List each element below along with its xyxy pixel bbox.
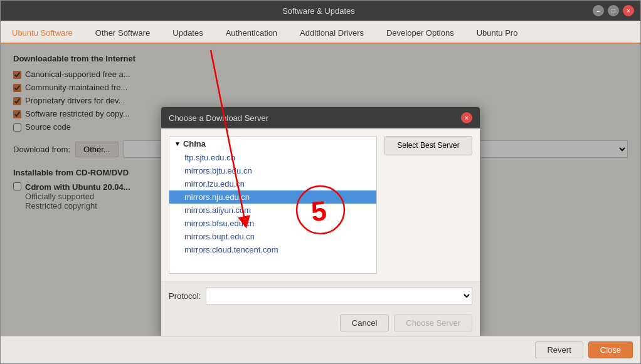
server-item-7[interactable]: mirrors.cloud.tencent.com <box>169 243 376 256</box>
tab-updates[interactable]: Updates <box>161 23 214 44</box>
protocol-label: Protocol: <box>169 291 201 301</box>
server-item-2[interactable]: mirror.lzu.edu.cn <box>169 177 376 190</box>
dialog-title: Choose a Download Server <box>169 113 268 123</box>
tab-other-software[interactable]: Other Software <box>84 23 161 44</box>
dialog-footer: Protocol: <box>161 281 480 309</box>
title-bar: Software & Updates – □ × <box>1 1 640 21</box>
dialog-right-panel: Select Best Server <box>384 136 472 274</box>
server-item-3[interactable]: mirrors.nju.edu.cn <box>169 190 376 204</box>
close-button[interactable]: Close <box>588 341 633 358</box>
server-list-container[interactable]: ▼ China ftp.sjtu.edu.cn mirrors.bjtu.edu… <box>169 136 377 274</box>
select-best-server-button[interactable]: Select Best Server <box>384 136 472 155</box>
window-title: Software & Updates <box>45 6 593 16</box>
server-item-6[interactable]: mirrors.bupt.edu.cn <box>169 230 376 243</box>
server-item-4[interactable]: mirrors.aliyun.com <box>169 204 376 217</box>
protocol-select[interactable] <box>206 287 472 304</box>
dialog-body: ▼ China ftp.sjtu.edu.cn mirrors.bjtu.edu… <box>161 128 480 281</box>
dialog-title-bar: Choose a Download Server × <box>161 107 480 128</box>
window-controls: – □ × <box>593 5 634 16</box>
cancel-button[interactable]: Cancel <box>340 315 389 331</box>
server-item-0[interactable]: ftp.sjtu.edu.cn <box>169 151 376 164</box>
tab-authentication[interactable]: Authentication <box>215 23 289 44</box>
choose-server-button[interactable]: Choose Server <box>394 315 472 331</box>
server-item-5[interactable]: mirrors.bfsu.edu.cn <box>169 217 376 230</box>
tab-ubuntu-pro[interactable]: Ubuntu Pro <box>465 23 529 44</box>
tab-bar: Ubuntu Software Other Software Updates A… <box>1 21 640 44</box>
dialog-action-bar: Cancel Choose Server <box>161 309 480 336</box>
main-window: Software & Updates – □ × Ubuntu Software… <box>0 0 641 364</box>
server-group-china[interactable]: ▼ China <box>169 137 376 151</box>
choose-server-dialog: Choose a Download Server × ▼ China ftp.s… <box>161 107 480 336</box>
tab-additional-drivers[interactable]: Additional Drivers <box>289 23 375 44</box>
content-area: Downloadable from the Internet Canonical… <box>1 44 640 336</box>
server-item-1[interactable]: mirrors.bjtu.edu.cn <box>169 164 376 177</box>
dialog-close-button[interactable]: × <box>461 112 472 123</box>
server-group-label: China <box>183 139 206 148</box>
bottom-bar: Revert Close <box>1 336 640 363</box>
minimize-button[interactable]: – <box>593 5 604 16</box>
dialog-overlay: Choose a Download Server × ▼ China ftp.s… <box>1 44 640 336</box>
group-arrow-icon: ▼ <box>174 140 181 147</box>
maximize-button[interactable]: □ <box>608 5 619 16</box>
revert-button[interactable]: Revert <box>535 341 583 358</box>
window-close-button[interactable]: × <box>623 5 634 16</box>
tab-ubuntu-software[interactable]: Ubuntu Software <box>1 23 84 44</box>
tab-developer-options[interactable]: Developer Options <box>375 23 465 44</box>
